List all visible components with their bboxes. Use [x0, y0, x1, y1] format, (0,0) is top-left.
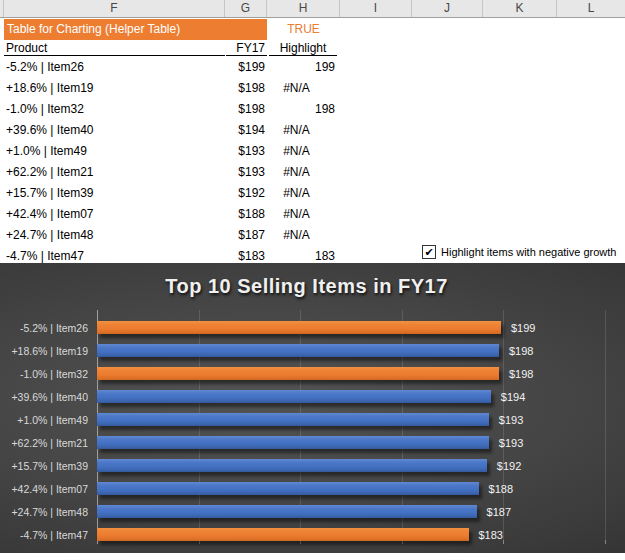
column-header-F[interactable]: F [4, 0, 225, 17]
chart-bar-row: +18.6% | Item19 $198 [0, 339, 625, 362]
chart-area[interactable]: Top 10 Selling Items in FY17 -5.2% | Ite… [0, 263, 625, 553]
cell-fy17[interactable]: $188 [225, 204, 267, 225]
data-label: $198 [509, 368, 533, 380]
table-row: +62.2% | Item21 $193 #N/A [0, 162, 625, 183]
cell-product[interactable]: -5.2% | Item26 [4, 57, 225, 78]
column-header-K[interactable]: K [483, 0, 557, 17]
cell-fy17[interactable]: $187 [225, 225, 267, 246]
checkbox-label[interactable]: Highlight items with negative growth [441, 246, 616, 258]
data-label: $193 [499, 437, 523, 449]
cell-fy17[interactable]: $198 [225, 78, 267, 99]
data-label: $198 [509, 345, 533, 357]
chart-bar-row: +15.7% | Item39 $192 [0, 454, 625, 477]
category-axis-label[interactable]: -1.0% | Item32 [0, 368, 97, 380]
column-header-J[interactable]: J [412, 0, 483, 17]
table-row: +18.6% | Item19 $198 #N/A [0, 78, 625, 99]
cell-product[interactable]: +62.2% | Item21 [4, 162, 225, 183]
data-label: $188 [489, 483, 513, 495]
chart-bar-row: +24.7% | Item48 $187 [0, 500, 625, 523]
category-axis-label[interactable]: -4.7% | Item47 [0, 529, 97, 541]
bar[interactable] [97, 505, 477, 518]
cell-fy17[interactable]: $193 [225, 162, 267, 183]
bar[interactable] [97, 482, 479, 495]
table-row: +1.0% | Item49 $193 #N/A [0, 141, 625, 162]
cell-fy17[interactable]: $192 [225, 183, 267, 204]
column-header-G[interactable]: G [225, 0, 267, 17]
table-row: +15.7% | Item39 $192 #N/A [0, 183, 625, 204]
data-label: $187 [487, 506, 511, 518]
bar[interactable] [97, 528, 469, 541]
column-header-row: F G H I J K L [0, 0, 625, 18]
chart-rows: -5.2% | Item26 $199 +18.6% | Item19 $198… [0, 316, 625, 546]
data-label: $199 [511, 322, 535, 334]
bar[interactable] [97, 436, 489, 449]
helper-table-title-cell[interactable]: Table for Charting (Helper Table) [4, 19, 267, 40]
cell-fy17[interactable]: $198 [225, 99, 267, 120]
cell-highlight[interactable]: #N/A [267, 183, 340, 204]
bar[interactable] [97, 459, 487, 472]
chart-bar-row: +1.0% | Item49 $193 [0, 408, 625, 431]
data-label: $192 [497, 460, 521, 472]
checkmark-glyph: ✔ [424, 246, 433, 258]
chart-bar-row: +62.2% | Item21 $193 [0, 431, 625, 454]
cell-product[interactable]: +39.6% | Item40 [4, 120, 225, 141]
category-axis-label[interactable]: +39.6% | Item40 [0, 391, 97, 403]
cell-highlight[interactable]: #N/A [267, 225, 340, 246]
cell-highlight[interactable]: #N/A [267, 120, 340, 141]
header-product[interactable]: Product [4, 40, 225, 56]
chart-bar-row: +39.6% | Item40 $194 [0, 385, 625, 408]
category-axis-label[interactable]: +15.7% | Item39 [0, 460, 97, 472]
cell-highlight[interactable]: #N/A [267, 141, 340, 162]
category-axis-label[interactable]: +24.7% | Item48 [0, 506, 97, 518]
column-header-I[interactable]: I [340, 0, 412, 17]
table-row: +42.4% | Item07 $188 #N/A [0, 204, 625, 225]
category-axis-label[interactable]: +62.2% | Item21 [0, 437, 97, 449]
category-axis-label[interactable]: +18.6% | Item19 [0, 345, 97, 357]
table-row: +24.7% | Item48 $187 #N/A [0, 225, 625, 246]
chart-bar-row: -4.7% | Item47 $183 [0, 523, 625, 546]
highlight-flag-cell[interactable]: TRUE [267, 19, 340, 40]
cell-product[interactable]: +18.6% | Item19 [4, 78, 225, 99]
data-label: $183 [479, 529, 503, 541]
bar[interactable] [97, 413, 489, 426]
chart-bar-row: -1.0% | Item32 $198 [0, 362, 625, 385]
cell-fy17[interactable]: $194 [225, 120, 267, 141]
cell-highlight[interactable]: 199 [267, 57, 340, 78]
bar[interactable] [97, 390, 491, 403]
table-row: +39.6% | Item40 $194 #N/A [0, 120, 625, 141]
negative-growth-checkbox-control[interactable]: ✔ Highlight items with negative growth [422, 245, 616, 259]
column-header-H[interactable]: H [267, 0, 340, 17]
cell-fy17[interactable]: $193 [225, 141, 267, 162]
category-axis-label[interactable]: -5.2% | Item26 [0, 322, 97, 334]
cell-highlight[interactable]: #N/A [267, 204, 340, 225]
cell-product[interactable]: -1.0% | Item32 [4, 99, 225, 120]
cell-highlight[interactable]: 198 [267, 99, 340, 120]
chart-title[interactable]: Top 10 Selling Items in FY17 [0, 275, 613, 298]
checkbox-icon[interactable]: ✔ [422, 245, 436, 259]
bar[interactable] [97, 344, 499, 357]
header-highlight[interactable]: Highlight [269, 40, 337, 56]
bar[interactable] [97, 321, 501, 334]
chart-bar-row: -5.2% | Item26 $199 [0, 316, 625, 339]
category-axis-label[interactable]: +1.0% | Item49 [0, 414, 97, 426]
column-header-L[interactable]: L [557, 0, 625, 17]
header-fy17[interactable]: FY17 [226, 40, 267, 56]
cell-highlight[interactable]: #N/A [267, 78, 340, 99]
bar[interactable] [97, 367, 499, 380]
cell-product[interactable]: +1.0% | Item49 [4, 141, 225, 162]
cell-product[interactable]: +15.7% | Item39 [4, 183, 225, 204]
data-label: $193 [499, 414, 523, 426]
table-row: -5.2% | Item26 $199 199 [0, 57, 625, 78]
category-axis-label[interactable]: +42.4% | Item07 [0, 483, 97, 495]
cell-product[interactable]: +24.7% | Item48 [4, 225, 225, 246]
data-label: $194 [501, 391, 525, 403]
cell-product[interactable]: +42.4% | Item07 [4, 204, 225, 225]
table-row: -1.0% | Item32 $198 198 [0, 99, 625, 120]
chart-bar-row: +42.4% | Item07 $188 [0, 477, 625, 500]
cell-fy17[interactable]: $199 [225, 57, 267, 78]
cell-highlight[interactable]: #N/A [267, 162, 340, 183]
